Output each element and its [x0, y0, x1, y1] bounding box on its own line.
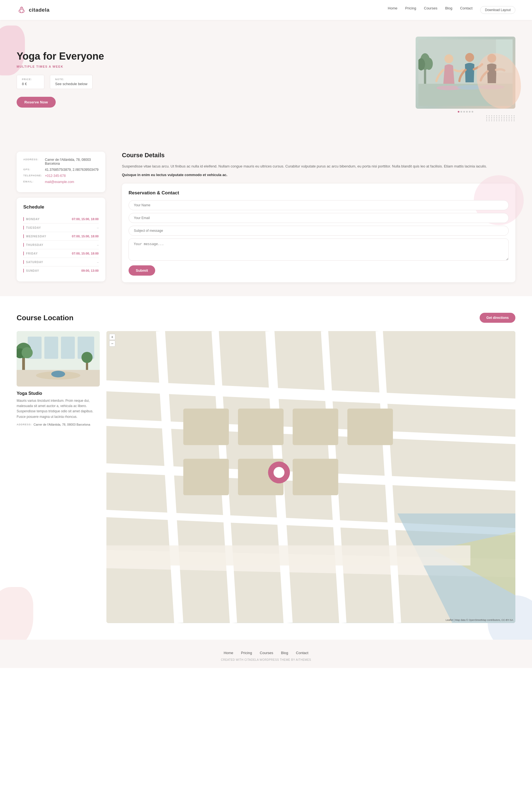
name-input[interactable] [129, 200, 509, 210]
map-zoom-controls: + − [109, 334, 115, 347]
right-column: Course Details Suspendisse vitae lacus a… [122, 152, 515, 282]
note-value: See schedule below [55, 82, 87, 86]
studio-address-label: ADDRESS: [17, 423, 32, 426]
course-text-2: Quisque in enim eu lectus vulputate comm… [122, 173, 515, 177]
schedule-day: SUNDAY [23, 269, 39, 273]
svg-point-9 [444, 54, 453, 63]
map-card: + − Leaflet | Map data © OpenStreetMap c… [107, 331, 515, 623]
email-link[interactable]: mail@example.com [45, 180, 74, 184]
nav-home[interactable]: Home [388, 6, 398, 14]
dot-5 [469, 111, 471, 113]
studio-desc: Mauris varius tincidunt interdum. Proin … [17, 398, 100, 420]
schedule-card: Schedule MONDAY 07:00, 15:00, 18:00 TUES… [17, 198, 105, 281]
map-inner: + − Leaflet | Map data © OpenStreetMap c… [107, 331, 515, 623]
footer-pricing[interactable]: Pricing [241, 651, 252, 655]
map-zoom-in[interactable]: + [109, 334, 115, 340]
reservation-card: Reservation & Contact Submit [122, 184, 515, 282]
schedule-rows: MONDAY 07:00, 15:00, 18:00 TUESDAY – WED… [23, 215, 99, 275]
hero-image-area [416, 37, 515, 121]
reserve-button[interactable]: Reserve Now [17, 97, 56, 108]
note-box: NOTE: See schedule below [50, 75, 93, 89]
studio-address-value: Carrer de l'Atlàntida, 78, 08003 Barcelo… [34, 423, 90, 426]
schedule-day: TUESDAY [23, 226, 41, 230]
nav-pricing[interactable]: Pricing [405, 6, 416, 14]
svg-rect-49 [107, 545, 471, 565]
schedule-day: MONDAY [23, 217, 40, 221]
footer-blog[interactable]: Blog [281, 651, 288, 655]
svg-point-10 [465, 53, 474, 62]
svg-point-1 [20, 7, 23, 13]
svg-point-30 [51, 371, 65, 377]
note-label: NOTE: [55, 78, 87, 81]
svg-rect-43 [238, 409, 283, 445]
nav-blog[interactable]: Blog [445, 6, 452, 14]
telephone-row: TELEPHONE: +012-345-678 [23, 174, 99, 178]
svg-point-29 [81, 352, 93, 363]
left-column: ADDRESS: Carrer de l'Atlàntida, 78, 0800… [17, 152, 105, 282]
info-card: ADDRESS: Carrer de l'Atlàntida, 78, 0800… [17, 152, 105, 192]
schedule-row: SUNDAY 09:00, 13:00 [23, 267, 99, 275]
svg-rect-20 [61, 336, 75, 359]
footer-courses[interactable]: Courses [260, 651, 273, 655]
gps-label: GPS: [23, 168, 43, 171]
footer-credit: CREATED WITH CITADELA WORDPRESS THEME BY… [17, 658, 515, 661]
price-value: 8 € [22, 82, 39, 86]
studio-address-row: ADDRESS: Carrer de l'Atlàntida, 78, 0800… [17, 423, 100, 426]
telephone-label: TELEPHONE: [23, 174, 43, 177]
email-input[interactable] [129, 213, 509, 223]
nav-download-button[interactable]: Download Layout [480, 6, 515, 14]
nav-contact[interactable]: Contact [460, 6, 472, 14]
schedule-times: – [97, 226, 99, 229]
svg-point-27 [22, 347, 33, 358]
hero-section: Yoga for Everyone MULTIPLE TIMES A WEEK … [0, 20, 532, 138]
course-title: Course Details [122, 152, 515, 159]
schedule-times: 09:00, 13:00 [81, 269, 99, 272]
svg-point-0 [19, 10, 24, 13]
address-label: ADDRESS: [23, 158, 43, 161]
svg-rect-46 [292, 409, 338, 445]
footer-home[interactable]: Home [224, 651, 233, 655]
svg-rect-47 [292, 459, 338, 495]
svg-rect-44 [183, 459, 229, 495]
schedule-times: 07:00, 15:00, 18:00 [72, 252, 99, 255]
footer-contact[interactable]: Contact [296, 651, 308, 655]
email-label: EMAIL: [23, 180, 43, 183]
address-row: ADDRESS: Carrer de l'Atlàntida, 78, 0800… [23, 158, 99, 166]
logo-text: citadela [29, 7, 50, 13]
subject-input[interactable] [129, 226, 509, 236]
svg-point-51 [273, 467, 284, 478]
footer-links: Home Pricing Courses Blog Contact [17, 651, 515, 655]
hero-title: Yoga for Everyone [17, 50, 122, 62]
schedule-row: TUESDAY – [23, 223, 99, 232]
nav-courses[interactable]: Courses [424, 6, 437, 14]
directions-button[interactable]: Get directions [480, 313, 515, 323]
hero-subtitle: MULTIPLE TIMES A WEEK [17, 65, 122, 68]
svg-rect-19 [44, 336, 58, 359]
map-zoom-out[interactable]: − [109, 341, 115, 347]
schedule-day: THURSDAY [23, 243, 43, 247]
schedule-times: – [97, 260, 99, 264]
svg-rect-42 [183, 409, 229, 445]
location-section: Course Location Get directions [0, 296, 532, 640]
message-textarea[interactable] [129, 238, 509, 261]
dot-2 [460, 111, 462, 113]
schedule-row: THURSDAY – [23, 241, 99, 249]
location-title: Course Location [17, 314, 73, 322]
hero-content: Yoga for Everyone MULTIPLE TIMES A WEEK … [17, 50, 122, 108]
gps-row: GPS: 41.3768575I3879, 2.I907639503479 [23, 168, 99, 172]
location-grid: Yoga Studio Mauris varius tincidunt inte… [17, 331, 515, 623]
footer: Home Pricing Courses Blog Contact CREATE… [0, 640, 532, 668]
telephone-link[interactable]: +012-345-678 [45, 174, 66, 178]
logo[interactable]: citadela [17, 5, 50, 15]
schedule-row: WEDNESDAY 07:00, 15:00, 18:00 [23, 232, 99, 241]
nav-links: Home Pricing Courses Blog Contact Downlo… [388, 6, 515, 14]
schedule-row: MONDAY 07:00, 15:00, 18:00 [23, 215, 99, 223]
schedule-row: SATURDAY – [23, 258, 99, 267]
main-content-section: ADDRESS: Carrer de l'Atlàntida, 78, 0800… [0, 138, 532, 296]
price-box: PRICE: 8 € [17, 75, 44, 89]
price-label: PRICE: [22, 78, 39, 81]
dot-3 [463, 111, 465, 113]
map-credit: Leaflet | Map data © OpenStreetMap contr… [445, 619, 513, 621]
svg-rect-48 [347, 409, 393, 445]
submit-button[interactable]: Submit [129, 266, 155, 276]
